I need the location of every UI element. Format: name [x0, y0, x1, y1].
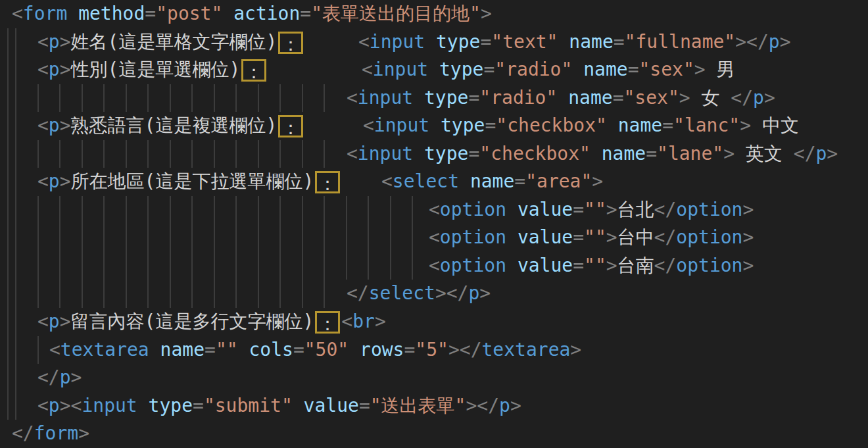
code-token-pun: </	[460, 339, 482, 361]
indent-guide-line	[82, 280, 83, 308]
code-line-16[interactable]: </form>	[0, 420, 868, 448]
code-line-4[interactable]: <input type="radio" name="sex"> 女 </p>	[0, 84, 868, 112]
code-line-1[interactable]: <form method="post" action="表單送出的目的地">	[0, 0, 868, 28]
code-token-txt: 英文	[735, 143, 794, 164]
indent-guide-line	[324, 140, 325, 168]
code-token-txt	[506, 199, 518, 220]
code-line-11[interactable]: </select></p>	[0, 280, 868, 308]
indent-guide-line	[82, 140, 83, 168]
code-token-tag: input	[82, 395, 137, 416]
code-token-attr: type	[441, 114, 485, 136]
code-line-13[interactable]: <textarea name="" cols="50" rows="5"></t…	[0, 336, 868, 364]
code-token-attr: name	[160, 339, 205, 361]
indent-guide-line	[126, 196, 127, 224]
code-line-6[interactable]: <input type="checkbox" name="lane"> 英文 <…	[0, 140, 868, 168]
code-line-15[interactable]: <p><input type="submit" value="送出表單"></p…	[0, 392, 868, 420]
code-line-9[interactable]: <option value="">台中</option>	[0, 224, 868, 252]
code-token-tag: p	[753, 87, 764, 109]
code-token-txt	[149, 339, 160, 361]
indent-guide-line	[15, 252, 16, 280]
code-editor[interactable]: <form method="post" action="表單送出的目的地"><p…	[0, 0, 868, 448]
code-segment: <p>性別(這是單選欄位)：	[37, 56, 268, 84]
code-line-3[interactable]: <p>性別(這是單選欄位)：<input type="radio" name="…	[0, 56, 868, 84]
indent-guide-line	[82, 196, 83, 224]
code-line-8[interactable]: <option value="">台北</option>	[0, 196, 868, 224]
indent-guide-line	[170, 280, 171, 308]
code-token-tag: p	[49, 31, 60, 53]
code-token-pun: <	[37, 170, 49, 192]
code-token-str: ""	[584, 199, 606, 220]
code-token-pun: >	[60, 395, 71, 416]
code-token-txt	[413, 143, 424, 164]
code-token-attr: rows	[360, 339, 404, 361]
code-token-tag: select	[393, 170, 459, 192]
code-token-attr: type	[439, 59, 483, 80]
indent-guide-line	[368, 196, 369, 224]
indent-guide-line	[7, 140, 9, 168]
code-token-pun: >	[679, 87, 690, 109]
indent-guide-line	[302, 140, 303, 168]
code-segment: <p>熟悉語言(這是複選欄位)：	[37, 112, 304, 140]
code-token-pun: >	[606, 226, 617, 248]
code-token-pun: =	[662, 114, 673, 136]
code-line-12[interactable]: <p>留言內容(這是多行文字欄位)：<br>	[0, 308, 868, 336]
code-token-pun: </	[654, 255, 677, 276]
code-token-pun: =	[514, 170, 525, 192]
code-token-attr: type	[424, 143, 468, 164]
code-token-txt	[429, 114, 441, 136]
code-token-tag: br	[352, 311, 375, 332]
code-token-pun: =	[628, 59, 639, 80]
code-token-txt: 所在地區(這是下拉選單欄位)	[71, 170, 314, 192]
code-token-tag: option	[676, 255, 742, 276]
code-token-txt	[506, 226, 518, 248]
code-token-attr: name	[602, 143, 646, 164]
code-line-5[interactable]: <p>熟悉語言(這是複選欄位)：<input type="checkbox" n…	[0, 112, 868, 140]
code-lines-container: <form method="post" action="表單送出的目的地"><p…	[0, 0, 868, 448]
code-token-txt: 姓名(這是單格文字欄位)	[71, 31, 277, 53]
code-token-pun: >	[764, 87, 775, 109]
indent-guide-line	[302, 224, 303, 252]
indent-guide-line	[37, 84, 39, 112]
unicode-highlight-box: ：	[278, 32, 303, 54]
code-token-pun: >	[742, 226, 754, 248]
code-token-pun: =	[485, 114, 496, 136]
code-line-2[interactable]: <p>姓名(這是單格文字欄位)：<input type="text" name=…	[0, 28, 868, 57]
code-token-pun: >	[479, 282, 491, 304]
indent-guide-line	[324, 224, 325, 252]
indent-guide-line	[191, 224, 193, 252]
indent-guide-line	[15, 364, 16, 392]
indent-guide-line	[235, 280, 237, 308]
code-token-tag: p	[49, 170, 60, 192]
indent-guide-line	[214, 84, 215, 112]
indent-guide-line	[15, 196, 16, 224]
indent-guide-line	[15, 392, 16, 420]
code-token-pun: >	[740, 114, 751, 136]
indent-guide-line	[412, 224, 413, 252]
code-token-pun: >	[375, 311, 386, 332]
code-token-pun: =	[359, 395, 370, 416]
code-token-pun: >	[694, 59, 706, 80]
code-token-pun: =	[483, 59, 494, 80]
code-token-str: "50"	[304, 339, 349, 361]
indent-guide-line	[258, 224, 259, 252]
code-token-pun: <	[429, 226, 440, 248]
code-token-attr: method	[78, 3, 145, 24]
unicode-highlight-box: ：	[315, 171, 340, 193]
indent-guide-line	[258, 280, 259, 308]
indent-guide-line	[302, 280, 303, 308]
code-token-pun: <	[347, 87, 358, 109]
code-token-tag: option	[440, 226, 506, 248]
code-line-7[interactable]: <p>所在地區(這是下拉選單欄位)：<select name="area">	[0, 168, 868, 196]
code-token-pun: =	[300, 3, 311, 24]
code-token-txt	[238, 339, 249, 361]
indent-guide-line	[279, 280, 281, 308]
code-token-pun: =	[573, 226, 584, 248]
code-line-10[interactable]: <option value="">台南</option>	[0, 252, 868, 280]
indent-guide-line	[279, 196, 281, 224]
indent-guide-line	[15, 140, 16, 168]
code-token-attr: type	[424, 87, 468, 109]
code-token-tag: input	[373, 59, 428, 80]
code-segment: <input type="checkbox" name="lanc"> 中文	[363, 112, 799, 140]
code-token-pun: </	[794, 143, 816, 164]
code-line-14[interactable]: </p>	[0, 364, 868, 392]
